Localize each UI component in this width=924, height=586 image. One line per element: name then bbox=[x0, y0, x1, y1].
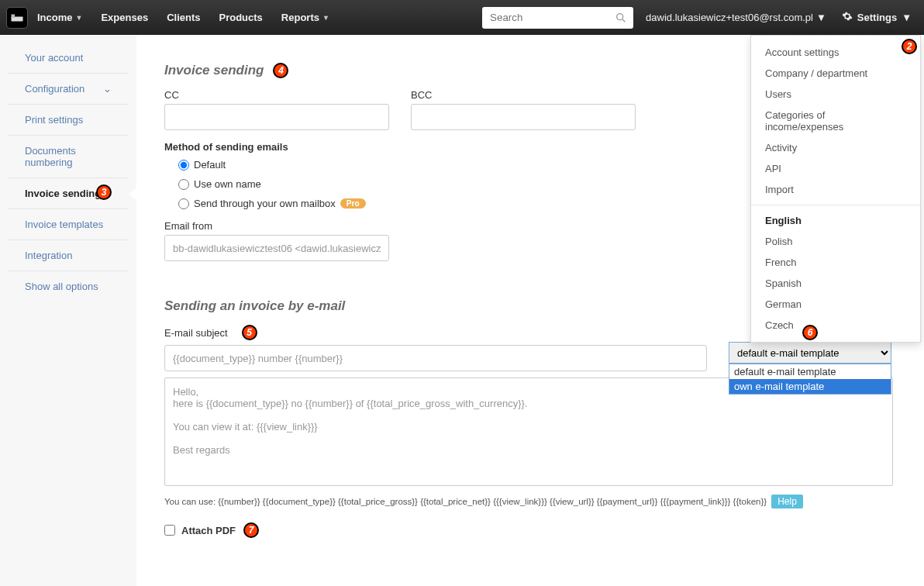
search-icon[interactable] bbox=[615, 12, 627, 26]
top-nav-bar: Income▼ Expenses Clients Products Report… bbox=[0, 0, 924, 35]
nav-expenses[interactable]: Expenses bbox=[101, 12, 148, 23]
lang-german[interactable]: German bbox=[751, 294, 920, 315]
template-options-list: default e-mail template own e-mail templ… bbox=[729, 364, 891, 395]
app-logo-icon bbox=[6, 7, 28, 29]
settings-item-activity[interactable]: Activity bbox=[751, 137, 920, 158]
svg-rect-1 bbox=[12, 14, 16, 18]
sidebar-item-integration[interactable]: Integration bbox=[8, 240, 129, 271]
settings-item-account[interactable]: Account settings bbox=[751, 42, 920, 63]
settings-menu-button[interactable]: Settings▼ bbox=[842, 11, 912, 24]
nav-reports[interactable]: Reports▼ bbox=[281, 12, 329, 23]
lang-english[interactable]: English bbox=[751, 210, 920, 231]
sidebar-item-show-all[interactable]: Show all options bbox=[8, 271, 129, 302]
caret-down-icon: ▼ bbox=[322, 14, 329, 22]
sidebar-item-configuration[interactable]: Configuration⌄ bbox=[8, 74, 129, 105]
attach-pdf-label: Attach PDF bbox=[181, 525, 236, 536]
tokens-help-text: You can use: {{number}} {{document_type}… bbox=[164, 497, 767, 506]
pro-badge: Pro bbox=[340, 198, 366, 209]
bcc-input[interactable] bbox=[411, 104, 636, 130]
settings-item-users[interactable]: Users bbox=[751, 84, 920, 105]
svg-line-3 bbox=[622, 19, 625, 22]
gear-icon bbox=[842, 11, 853, 24]
settings-item-api[interactable]: API bbox=[751, 158, 920, 179]
chevron-down-icon: ⌄ bbox=[103, 83, 112, 95]
sidebar: Your account Configuration⌄ Print settin… bbox=[0, 35, 136, 586]
nav-products[interactable]: Products bbox=[219, 12, 262, 23]
lang-spanish[interactable]: Spanish bbox=[751, 273, 920, 294]
settings-item-categories[interactable]: Categories of income/expenses bbox=[751, 105, 920, 137]
cc-label: CC bbox=[164, 89, 389, 101]
bcc-label: BCC bbox=[411, 89, 636, 101]
settings-item-company[interactable]: Company / department bbox=[751, 63, 920, 84]
template-option-own[interactable]: own e-mail template bbox=[729, 379, 891, 394]
settings-dropdown-panel: Account settings 2 Company / department … bbox=[750, 35, 921, 343]
subject-input[interactable] bbox=[164, 345, 707, 371]
caret-down-icon: ▼ bbox=[816, 12, 826, 23]
caret-down-icon: ▼ bbox=[76, 14, 83, 22]
annotation-badge-3: 3 bbox=[96, 184, 112, 200]
user-menu[interactable]: dawid.lukasiewicz+test06@rst.com.pl▼ bbox=[646, 12, 826, 23]
help-button[interactable]: Help bbox=[771, 495, 803, 508]
sidebar-item-documents-numbering[interactable]: Documents numbering bbox=[8, 136, 129, 178]
lang-czech[interactable]: Czech bbox=[751, 315, 920, 336]
sidebar-item-print-settings[interactable]: Print settings bbox=[8, 105, 129, 136]
nav-income[interactable]: Income▼ bbox=[37, 12, 82, 23]
email-from-input[interactable] bbox=[164, 235, 389, 261]
lang-french[interactable]: French bbox=[751, 252, 920, 273]
annotation-badge-7: 7 bbox=[243, 522, 259, 538]
subject-label: E-mail subject bbox=[164, 327, 228, 339]
caret-down-icon: ▼ bbox=[902, 12, 912, 23]
template-option-default[interactable]: default e-mail template bbox=[729, 364, 891, 379]
sidebar-item-invoice-templates[interactable]: Invoice templates bbox=[8, 209, 129, 240]
sidebar-item-your-account[interactable]: Your account bbox=[8, 43, 129, 74]
lang-polish[interactable]: Polish bbox=[751, 231, 920, 252]
annotation-badge-6: 6 bbox=[802, 325, 818, 340]
cc-input[interactable] bbox=[164, 104, 389, 130]
svg-point-2 bbox=[617, 13, 623, 19]
search-input[interactable] bbox=[482, 7, 633, 29]
settings-item-import[interactable]: Import bbox=[751, 179, 920, 200]
annotation-badge-4: 4 bbox=[273, 63, 288, 78]
attach-pdf-checkbox[interactable] bbox=[164, 525, 175, 536]
annotation-badge-5: 5 bbox=[242, 325, 257, 340]
annotation-badge-2: 2 bbox=[902, 39, 917, 54]
template-select[interactable]: default e-mail template bbox=[729, 342, 891, 364]
nav-clients[interactable]: Clients bbox=[167, 12, 200, 23]
